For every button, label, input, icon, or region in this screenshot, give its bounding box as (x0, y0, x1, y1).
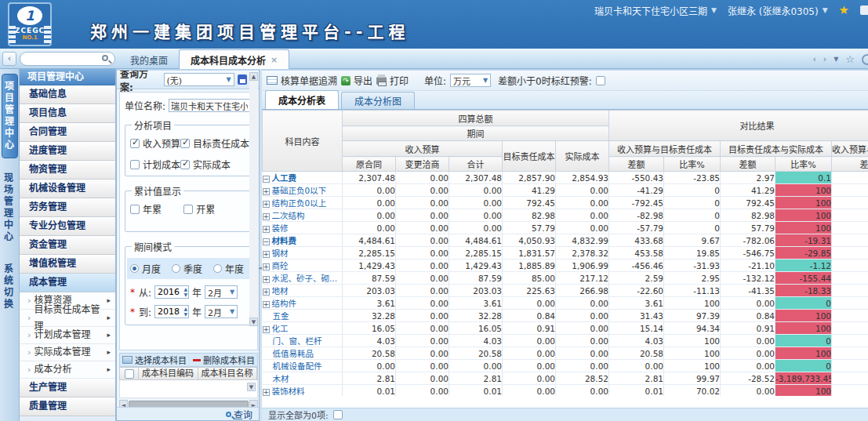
sidebar-item[interactable]: 质量管理 (20, 397, 115, 416)
print-button[interactable]: 打印 (376, 74, 409, 87)
checkbox-icon[interactable] (183, 205, 193, 214)
expand-icon[interactable]: + (263, 276, 270, 283)
sidebar-item[interactable]: 劳务管理 (20, 198, 115, 217)
unit-select[interactable]: 万元 ▼ (450, 74, 491, 87)
checkbox-icon[interactable] (130, 139, 140, 148)
spinner-arrows-icon[interactable]: ▲▼ (183, 306, 187, 317)
table-row[interactable]: −材料费4,484.610.004,484.614,050.934,832.99… (263, 234, 868, 247)
radio-icon[interactable] (172, 264, 180, 273)
subject-cell[interactable]: +二次结构 (263, 209, 343, 222)
workspace-tab[interactable]: 成本科目成本分析× (179, 49, 289, 69)
sidebar-item[interactable]: 资金管理 (20, 236, 115, 255)
radio-icon[interactable] (130, 264, 139, 273)
table-row[interactable]: +装饰材料0.010.000.010.000.000.0170.020.0010… (263, 385, 868, 397)
menu-search-box[interactable] (20, 52, 115, 66)
to-year-spinner[interactable]: 2018 ▲▼ (154, 305, 189, 318)
subject-link[interactable]: 钢材 (272, 249, 289, 258)
query-form-scrollbar[interactable]: ▲ ▼ (249, 72, 258, 326)
subject-link[interactable]: 低值易耗品 (273, 349, 314, 358)
sidebar-item[interactable]: 生产管理 (20, 379, 115, 397)
sidebar-subitem[interactable]: ›成本分析▸ (20, 361, 115, 379)
expand-icon[interactable]: + (263, 213, 270, 220)
table-row[interactable]: +结构正负0以上0.000.000.00792.450.00-792.45079… (263, 197, 868, 209)
table-row[interactable]: 机械设备配件0.000.000.000.000.000.001000.000 (263, 360, 868, 372)
scroll-tabs-left-icon[interactable]: ‹ (812, 54, 815, 64)
table-row[interactable]: +钢材2,285.150.002,285.151,831.572,378.324… (263, 247, 868, 259)
table-row[interactable]: +化工16.050.0016.050.910.0015.1494.340.911… (263, 322, 868, 335)
tab-list-dropdown-icon[interactable]: ▼ (833, 56, 838, 63)
expand-icon[interactable]: + (263, 289, 270, 296)
sidebar-subitem[interactable]: ›目标责任成本管理▸ (20, 310, 115, 327)
select-subject-icon[interactable] (122, 356, 133, 364)
subject-link[interactable]: 木材 (273, 374, 289, 383)
subject-cell[interactable]: +地材 (263, 285, 343, 297)
checkbox-icon[interactable] (180, 139, 190, 148)
collapse-icon[interactable]: − (263, 176, 270, 183)
table-row[interactable]: +二次结构0.000.000.0082.980.00-82.98082.9810… (263, 209, 868, 222)
table-row[interactable]: +基础正负0以下0.000.000.0041.290.00-41.29041.2… (263, 184, 868, 197)
subject-cell[interactable]: 木材 (263, 372, 343, 385)
delete-subject-button[interactable]: 删除成本科目 (203, 354, 255, 366)
table-row[interactable]: +地材203.030.00203.03225.63266.98-22.60-11… (263, 285, 868, 297)
subject-cell[interactable]: +商砼 (263, 259, 343, 272)
checkbox-icon[interactable] (130, 205, 140, 214)
table-row[interactable]: 木材2.810.002.810.0028.522.8199.97-28.52-3… (263, 372, 868, 385)
close-tab-icon[interactable]: × (271, 55, 278, 65)
subject-link[interactable]: 地材 (272, 286, 289, 296)
subject-grid-column[interactable]: 成本科目编码 (139, 368, 198, 379)
subject-cell[interactable]: +化工 (263, 322, 343, 335)
scroll-down-icon[interactable]: ▼ (247, 383, 256, 391)
scroll-up-icon[interactable]: ▲ (249, 72, 258, 81)
subject-link[interactable]: 材料费 (272, 236, 297, 245)
subject-link[interactable]: 结构件 (272, 299, 297, 308)
scheme-select[interactable]: (无) ▼ (164, 73, 234, 86)
to-month-select[interactable]: 2月 ▼ (205, 305, 238, 318)
spinner-arrows-icon[interactable]: ▲▼ (183, 286, 187, 297)
table-row[interactable]: +商砼1,429.430.001,429.431,885.891,906.99-… (263, 259, 868, 272)
sidebar-item[interactable]: 成本管理 (20, 274, 115, 292)
checkbox-option[interactable]: 开累 (183, 202, 248, 216)
radio-icon[interactable] (213, 264, 222, 273)
subject-cell[interactable]: 五金 (263, 310, 343, 322)
back-button[interactable]: ‹ (2, 52, 16, 66)
checkbox-option[interactable]: 实际成本 (180, 158, 249, 171)
show-zero-checkbox[interactable] (333, 410, 343, 419)
subject-link[interactable]: 机械设备配件 (273, 361, 322, 371)
refresh-icon[interactable] (862, 54, 868, 65)
expand-icon[interactable]: + (263, 326, 270, 333)
select-subject-button[interactable]: 选择成本科目 (135, 354, 187, 366)
trace-voucher-button[interactable]: 核算单据追溯 (267, 74, 337, 87)
collapse-icon[interactable]: − (263, 238, 270, 245)
subject-link[interactable]: 水泥、砂子、砌... (272, 274, 338, 283)
checkbox-option[interactable]: 目标责任成本 (180, 136, 249, 150)
sidebar-subitem[interactable]: ›计划成本管理▸ (20, 327, 115, 344)
subject-cell[interactable]: 低值易耗品 (263, 347, 343, 360)
subject-cell[interactable]: −材料费 (263, 234, 343, 247)
sidebar-item[interactable]: 基础信息 (20, 85, 115, 104)
sidebar-item[interactable]: 机械设备管理 (20, 180, 115, 198)
subject-grid-column[interactable]: 成本科目名称 (198, 368, 258, 379)
subject-cell[interactable]: +钢材 (263, 247, 343, 259)
subject-link[interactable]: 结构正负0以上 (272, 198, 327, 208)
from-year-spinner[interactable]: 2016 ▲▼ (154, 285, 189, 299)
search-input[interactable] (26, 53, 100, 64)
unit-name-input[interactable] (169, 99, 250, 112)
save-scheme-icon[interactable] (238, 74, 248, 85)
from-month-select[interactable]: 2月 ▼ (205, 285, 238, 299)
subject-cell[interactable]: −人工费 (263, 172, 343, 184)
radio-option[interactable]: 季度 (172, 262, 202, 275)
sidebar-item[interactable]: 进度管理 (20, 142, 115, 161)
subject-link[interactable]: 二次结构 (272, 211, 305, 220)
subject-cell[interactable]: +装修 (263, 222, 343, 234)
user-menu[interactable]: 张继永 (张继永0305) ▼ (728, 4, 828, 17)
content-tab[interactable]: 成本分析图 (341, 92, 415, 109)
subject-cell[interactable]: +水泥、砂子、砌... (263, 272, 343, 285)
module-tab[interactable]: 项目管理中心 (2, 74, 18, 158)
export-button[interactable]: ↷ 导出 (341, 74, 372, 87)
checkbox-icon[interactable] (180, 160, 190, 169)
table-row[interactable]: 五金32.280.0032.280.840.0031.4397.390.8410… (263, 310, 868, 322)
content-tab[interactable]: 成本分析表 (265, 90, 339, 109)
query-search-icon[interactable] (226, 412, 231, 417)
subject-cell[interactable]: 机械设备配件 (263, 360, 343, 372)
subject-cell[interactable]: 门、窗、栏杆 (263, 335, 343, 347)
